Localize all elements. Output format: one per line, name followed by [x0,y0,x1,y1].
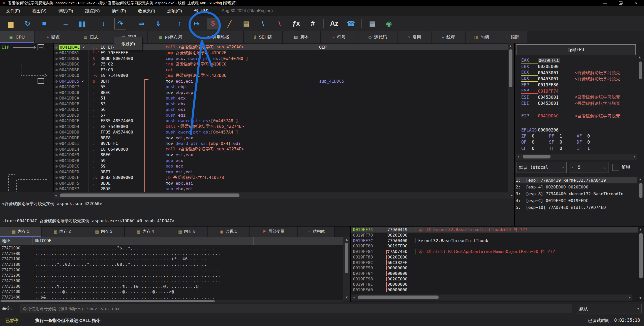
menu-item-options[interactable]: 选项(O) [161,6,188,16]
registers-vertical-scrollbar[interactable]: ▲ [638,55,643,153]
dump-row[interactable]: 77A71480..$&............................… [0,295,215,300]
dump-row[interactable]: 77A71380........¶.......................… [0,284,202,289]
comments-icon[interactable]: ▤ [240,18,252,29]
dump-row[interactable]: 77A71180........"..02..,..."..........68… [0,262,207,267]
disasm-row[interactable]: 0041DDC0>vE9 714F0000jmp 吾爱破解论坛学习.422D36 [54,73,514,79]
tab-symbols[interactable]: ▪符号 [321,31,358,43]
fx-icon[interactable]: ƒx [290,18,302,29]
breakpoint-dot[interactable] [54,124,59,129]
register-row[interactable]: EDI00453001<吾爱破解论坛学习脱壳 [515,100,644,106]
stack-row[interactable]: 0019FF800019FFDC [351,243,638,249]
menu-item-debug[interactable]: 调试(D) [52,6,79,16]
menu-item-file[interactable]: 文件(F) [0,6,26,16]
tab-script[interactable]: ▤脚本 [283,31,321,43]
command-profile-select[interactable]: 默认 ▾ [577,304,642,313]
disasm-row[interactable]: 0041DDF5.8BDEmov ebx,esi [54,180,514,186]
args-vertical-scrollbar[interactable]: ▲ [638,177,644,212]
tab-dump-3[interactable]: ▦内存 3 [83,226,125,237]
tab-trace[interactable]: ∴跟踪 [498,31,527,43]
restore-button[interactable] [613,0,628,6]
spinner-up-icon[interactable]: ▴ [602,166,608,169]
tab-dump-4[interactable]: ▦内存 4 [125,226,166,237]
disasm-row[interactable]: 0041DDCC.56push esi [54,107,514,113]
run-icon[interactable]: → [60,18,71,29]
argument-row[interactable]: 1: [esp] 779A0419 kernel32.779A0419 [516,177,637,183]
breakpoint-dot[interactable] [54,152,59,157]
flags-row[interactable]: CF0TF0IF1 [515,145,644,151]
stack-row[interactable]: 0019FF980020E000 [351,276,638,282]
disasm-row[interactable]: 0041DDF7.2BDFsub ebx,edi [54,186,514,192]
dump-vertical-scrollbar[interactable]: ▲ ▼ [343,237,350,300]
breakpoint-dot[interactable] [54,68,59,72]
close-button[interactable]: × [628,0,644,6]
disasm-row[interactable]: 0041DDD9.FF35 A4574400push dword ptr ds:… [54,129,514,135]
dump-row[interactable]: 77A71200................................… [0,267,221,273]
disasm-row[interactable]: 0041DDBEF3:C3ret [54,67,514,73]
disasm-vertical-scrollbar[interactable]: ▲ [508,43,514,192]
restart-icon[interactable]: ↻ [22,18,33,29]
register-row[interactable]: ESI00453001<吾爱破解论坛学习脱壳 [515,94,644,100]
dump-row[interactable]: 77A71080................................… [0,251,221,256]
breakpoint-dot[interactable] [54,147,59,152]
dump-row[interactable]: 77A71100................................… [0,256,207,262]
calling-convention-select[interactable]: 默认 (stdcal ▾ [516,162,567,173]
disasm-row[interactable]: 0041DDDF.8BF8mov edi,eax [54,135,514,141]
eflags-row[interactable]: EFLAGS00000206 [515,127,644,133]
breakpoint-dot[interactable] [54,62,59,67]
disasm-row[interactable]: 0041DDE9.8BF0mov esi,eax [54,152,514,158]
stack-row[interactable]: 0019FF8477AD74ED返回到 ntdll.RtlGetAppConta… [351,249,638,254]
disasm-row[interactable]: 0041DDC7.55push ebp [54,84,514,90]
breakpoint-dot[interactable] [54,73,59,78]
breakpoint-dot[interactable] [54,186,59,191]
stack-vertical-scrollbar[interactable]: ▲ ▼ [638,226,644,301]
phone-icon[interactable]: ☎ [345,18,357,29]
stack-row[interactable]: 0019FF74779A0419返回到 kernel32.BaseThreadI… [351,227,638,233]
stack-row[interactable]: 0019FF9000000000 [351,265,638,271]
stop-icon[interactable]: ■ [38,18,50,29]
register-row[interactable]: EDX00453001<吾爱破解论坛学习脱壳 [515,76,644,82]
stack-row[interactable]: 0019FF9C00000000 [351,282,638,287]
run-to-user-code-icon[interactable]: ↦ [191,18,202,29]
disasm-row[interactable]: 0041DDCE.FF35 A8574400push dword ptr ds:… [54,118,514,124]
breakpoint-dot[interactable] [54,107,59,112]
patches-icon[interactable]: $ [207,18,219,29]
disasm-row[interactable]: 0041DDCA.51push ecx [54,95,514,101]
dump-row[interactable]: 77A71400..........@.....................… [0,289,174,295]
tab-threads[interactable]: »线程 [432,31,466,43]
flags-row[interactable]: ZF0PF1AF0 [515,133,644,139]
minimize-button[interactable]: — [597,0,613,6]
breakpoint-dot[interactable] [54,113,59,118]
step-into-icon[interactable]: ↓ [98,18,109,29]
execute-till-return-icon[interactable]: ↑ [174,18,186,29]
tab-memory-map[interactable]: ▦内存布局 [148,31,193,43]
register-row[interactable]: ESP0019FF74 [515,88,644,94]
tab-dump-5[interactable]: ▦内存 5 [166,226,208,237]
argument-row[interactable]: 2: [esp+4] 0020E000 0020E000 [516,184,637,190]
register-row[interactable]: EBP0019FF80 [515,82,644,88]
open-folder-icon[interactable]: ▆ [5,18,17,29]
disasm-row[interactable]: 0041DDD4.E8 75490000call <吾爱破解论坛学习.sub_4… [54,124,514,129]
stack-row[interactable]: 0019FF9400000000 [351,271,638,276]
tab-dump-2[interactable]: ▦内存 2 [42,226,83,237]
globe-icon[interactable]: ◉ [383,18,395,29]
menu-item-trace[interactable]: 跟踪(N) [79,6,106,16]
stack-row[interactable]: 0019FF880020E000 [351,254,638,260]
flags-row[interactable]: OF0SF0DF0 [515,139,644,145]
disasm-row[interactable]: 0041DDEC.59pop ecx [54,164,514,169]
tab-locals[interactable]: ⚑局部变量 [250,226,298,237]
breakpoint-dot[interactable] [54,164,59,169]
disasm-row[interactable]: 0041DDCB.53push ebx [54,101,514,107]
breakpoint-dot[interactable] [54,181,59,186]
trace-into-icon[interactable]: ⇓ [152,18,164,29]
argument-row[interactable]: 5: [esp+10] 77AD74ED ntdll.77AD74ED [516,204,637,211]
tab-seh-chain[interactable]: §SEH链 [244,31,283,43]
disasm-row[interactable]: 0041DDEB.59pop ecx [54,158,514,164]
stack-horizontal-scrollbar[interactable]: ◂ ▸ [351,295,632,301]
disassembly-pane[interactable]: EIP 0041DDAC <┌.E8 EF4E0000call <吾爱破解论坛学… [0,43,514,192]
breakpoint-dot[interactable] [54,102,59,106]
tab-struct[interactable]: ⁘结构体 [298,226,335,237]
disasm-row[interactable]: 0041DDB6$3B0D B0074400cmp ecx, dword ptr… [54,56,514,61]
az-icon[interactable]: Az [328,18,340,29]
breakpoint-dot[interactable] [54,56,59,61]
stack-row[interactable]: 0019FF7C779A0400kernel32.BaseThreadInitT… [351,238,638,243]
